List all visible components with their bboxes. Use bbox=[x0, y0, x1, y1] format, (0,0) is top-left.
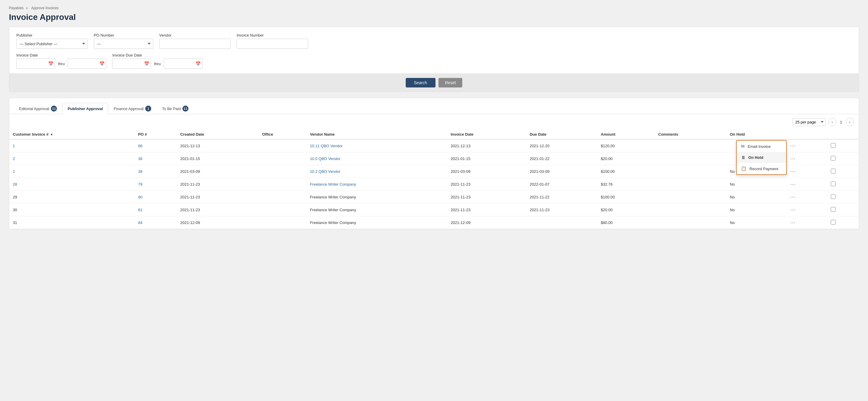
cell-vendor: 10.0 QBO Vendor bbox=[306, 152, 447, 165]
row-actions-button[interactable]: ··· bbox=[788, 181, 798, 188]
publisher-select[interactable]: — Select Publisher — bbox=[17, 39, 88, 49]
cell-due-date: 2022-01-07 bbox=[526, 178, 597, 191]
invoice-date-to-calendar-icon[interactable]: 📅 bbox=[99, 61, 104, 66]
col-on-hold: On Hold bbox=[726, 130, 785, 139]
prev-page-button[interactable]: ‹ bbox=[828, 118, 836, 126]
col-amount: Amount bbox=[597, 130, 655, 139]
cell-amount: $120.00 bbox=[597, 139, 655, 152]
context-menu-item-on-hold[interactable]: ⏸On Hold bbox=[737, 152, 786, 163]
po-link[interactable]: 81 bbox=[138, 208, 142, 212]
row-checkbox[interactable] bbox=[831, 207, 836, 212]
tab-tobepaid[interactable]: To Be Paid 11 bbox=[157, 103, 193, 114]
cell-vendor: Freelance Writer Company bbox=[306, 216, 447, 229]
invoice-number-input[interactable] bbox=[237, 39, 308, 49]
cell-actions: ··· bbox=[785, 152, 828, 165]
invoice-date-from-calendar-icon[interactable]: 📅 bbox=[48, 61, 53, 66]
invoice-number-label: Invoice Number bbox=[237, 33, 308, 37]
invoice-date-filter-group: Invoice Date 📅 thru 📅 bbox=[17, 53, 106, 69]
tab-publisher[interactable]: Publisher Approval bbox=[63, 103, 108, 114]
vendor-link[interactable]: 10.11 QBO Vendor bbox=[310, 144, 343, 148]
cell-invoice-date: 2021-11-23 bbox=[447, 203, 526, 216]
cell-created: 2021-03-09 bbox=[177, 165, 258, 178]
context-menu-item-record-payment[interactable]: 📋Record Payment bbox=[737, 163, 786, 174]
cell-checkbox bbox=[827, 191, 859, 203]
results-panel: Editorial Approval 11 Publisher Approval… bbox=[9, 98, 859, 229]
sort-icon-customer-invoice: ▼ bbox=[50, 133, 53, 136]
row-actions-button[interactable]: ··· bbox=[788, 168, 798, 175]
row-actions-button[interactable]: ··· bbox=[788, 194, 798, 200]
invoice-date-thru-label: thru bbox=[57, 62, 66, 66]
po-link[interactable]: 86 bbox=[138, 144, 142, 148]
row-checkbox[interactable] bbox=[831, 220, 836, 225]
cell-comments bbox=[655, 139, 726, 152]
cell-amount: $80.00 bbox=[597, 216, 655, 229]
next-page-button[interactable]: › bbox=[846, 118, 854, 126]
on-hold-label: On Hold bbox=[748, 155, 764, 160]
reset-button[interactable]: Reset bbox=[438, 78, 463, 88]
table-toolbar: 25 per page 50 per page 100 per page ‹ 1… bbox=[9, 114, 859, 130]
tab-finance[interactable]: Finance Approval 1 bbox=[108, 103, 156, 114]
cell-po: 81 bbox=[134, 203, 177, 216]
invoice-due-date-to-calendar-icon[interactable]: 📅 bbox=[195, 61, 200, 66]
breadcrumb-current: Approve Invoices bbox=[31, 6, 59, 10]
row-checkbox[interactable] bbox=[831, 194, 836, 199]
cell-invoice-date: 2021-12-13 bbox=[447, 139, 526, 152]
invoice-table: Customer Invoice # ▼ PO # Created Date O… bbox=[9, 130, 859, 229]
table-row: 31842021-12-09Freelance Writer Company20… bbox=[9, 216, 859, 229]
cell-on-hold: No bbox=[726, 203, 785, 216]
invoice-due-date-from-calendar-icon[interactable]: 📅 bbox=[144, 61, 149, 66]
page-title: Invoice Approval bbox=[9, 12, 859, 22]
cell-actions: ··· bbox=[785, 165, 828, 178]
po-link[interactable]: 36 bbox=[138, 157, 142, 161]
invoice-due-date-thru-label: thru bbox=[153, 62, 162, 66]
po-link[interactable]: 79 bbox=[138, 182, 142, 187]
po-number-select[interactable]: — bbox=[94, 39, 153, 49]
invoice-link[interactable]: 2 bbox=[13, 169, 15, 174]
tab-tobepaid-badge: 11 bbox=[183, 106, 188, 111]
row-actions-button[interactable]: ··· bbox=[788, 155, 798, 162]
row-checkbox[interactable] bbox=[831, 156, 836, 161]
breadcrumb-separator: » bbox=[26, 6, 28, 10]
tab-editorial[interactable]: Editorial Approval 11 bbox=[14, 103, 62, 114]
context-menu-item-email-invoice[interactable]: ✉Email Invoice bbox=[737, 141, 786, 152]
on-hold-icon: ⏸ bbox=[741, 155, 745, 160]
vendor-link[interactable]: Freelance Writer Company bbox=[310, 182, 356, 187]
context-menu-wrapper: ✉Email Invoice⏸On Hold📋Record Payment··· bbox=[788, 142, 798, 149]
cell-invoice: 28 bbox=[9, 178, 134, 191]
row-checkbox[interactable] bbox=[831, 143, 836, 148]
col-created-date: Created Date bbox=[177, 130, 258, 139]
row-actions-button[interactable]: ··· bbox=[788, 206, 798, 213]
cell-created: 2021-01-15 bbox=[177, 152, 258, 165]
cell-invoice: 1 bbox=[9, 139, 134, 152]
cell-due-date bbox=[526, 216, 597, 229]
search-button[interactable]: Search bbox=[406, 78, 435, 88]
invoice-link[interactable]: 28 bbox=[13, 182, 17, 187]
col-customer-invoice[interactable]: Customer Invoice # ▼ bbox=[9, 130, 134, 139]
vendor-link[interactable]: 10.0 QBO Vendor bbox=[310, 157, 341, 161]
po-link[interactable]: 84 bbox=[138, 221, 142, 225]
invoice-link[interactable]: 1 bbox=[13, 144, 15, 148]
po-link[interactable]: 80 bbox=[138, 195, 142, 199]
col-invoice-date: Invoice Date bbox=[447, 130, 526, 139]
cell-checkbox bbox=[827, 139, 859, 152]
row-actions-button[interactable]: ··· bbox=[788, 142, 798, 149]
vendor-label: Vendor bbox=[159, 33, 231, 37]
cell-po: 80 bbox=[134, 191, 177, 203]
cell-comments bbox=[655, 178, 726, 191]
breadcrumb-parent[interactable]: Payables bbox=[9, 6, 24, 10]
po-link[interactable]: 38 bbox=[138, 169, 142, 174]
cell-amount: $20.00 bbox=[597, 152, 655, 165]
cell-amount: $32.76 bbox=[597, 178, 655, 191]
record-payment-label: Record Payment bbox=[749, 167, 778, 171]
col-due-date: Due Date bbox=[526, 130, 597, 139]
invoice-link[interactable]: 2 bbox=[13, 157, 15, 161]
cell-invoice: 30 bbox=[9, 203, 134, 216]
vendor-input[interactable] bbox=[159, 39, 231, 49]
invoice-number-filter-group: Invoice Number bbox=[237, 33, 308, 49]
cell-invoice: 29 bbox=[9, 191, 134, 203]
row-checkbox[interactable] bbox=[831, 181, 836, 186]
per-page-select[interactable]: 25 per page 50 per page 100 per page bbox=[793, 118, 826, 126]
row-actions-button[interactable]: ··· bbox=[788, 219, 798, 226]
vendor-link[interactable]: 10.2 QBO Vendor bbox=[310, 169, 341, 174]
row-checkbox[interactable] bbox=[831, 169, 836, 173]
